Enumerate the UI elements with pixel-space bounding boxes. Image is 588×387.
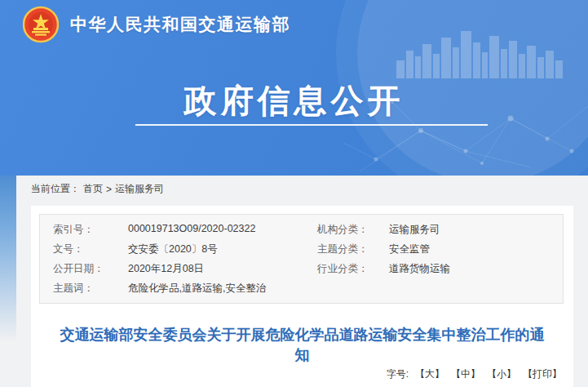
table-row: 文号： 交安委〔2020〕8号 主题分类： 安全监管 bbox=[40, 239, 563, 259]
city-skyline-icon bbox=[396, 29, 568, 78]
site-title: 中华人民共和国交通运输部 bbox=[70, 13, 290, 36]
meta-value: 运输服务司 bbox=[389, 223, 440, 237]
meta-label: 索引号： bbox=[53, 223, 128, 237]
print-button[interactable]: 【打印】 bbox=[523, 367, 562, 381]
meta-label: 机构分类： bbox=[317, 223, 389, 237]
fontsize-medium-button[interactable]: 【中】 bbox=[451, 367, 480, 381]
content-panel: 索引号： 000019713O09/2020-02322 机构分类： 运输服务司… bbox=[31, 206, 573, 387]
meta-label: 文号： bbox=[53, 242, 128, 256]
fontsize-label: 字号: bbox=[387, 367, 409, 381]
national-emblem-icon bbox=[23, 6, 59, 43]
left-gradient-decoration bbox=[0, 176, 16, 371]
breadcrumb-link-section[interactable]: 运输服务司 bbox=[115, 182, 164, 196]
fontsize-small-button[interactable]: 【小】 bbox=[487, 367, 516, 381]
table-row: 索引号： 000019713O09/2020-02322 机构分类： 运输服务司 bbox=[40, 220, 563, 239]
meta-label: 公开日期： bbox=[53, 262, 128, 276]
fontsize-large-button[interactable]: 【大】 bbox=[415, 367, 444, 381]
breadcrumb-label: 当前位置： bbox=[31, 182, 80, 196]
meta-value: 交安委〔2020〕8号 bbox=[128, 242, 218, 256]
meta-value: 道路货物运输 bbox=[389, 262, 450, 276]
meta-value: 危险化学品,道路运输,安全整治 bbox=[128, 282, 266, 296]
banner-page-title: 政府信息公开 bbox=[0, 78, 588, 123]
meta-value: 000019713O09/2020-02322 bbox=[128, 223, 255, 237]
fontsize-toolbar: 字号: 【大】 【中】 【小】 【打印】 bbox=[387, 367, 562, 381]
meta-label: 主题分类： bbox=[317, 242, 389, 256]
document-title: 交通运输部安全委员会关于开展危险化学品道路运输安全集中整治工作的通知 bbox=[58, 325, 547, 366]
table-row: 公开日期： 2020年12月08日 行业分类： 道路货物运输 bbox=[40, 259, 563, 278]
breadcrumb: 当前位置： 首页 > 运输服务司 bbox=[31, 182, 164, 196]
meta-label: 行业分类： bbox=[317, 262, 389, 276]
meta-value: 2020年12月08日 bbox=[128, 262, 204, 276]
site-header: 中华人民共和国交通运输部 bbox=[23, 6, 290, 43]
meta-label: 主题词： bbox=[53, 282, 128, 296]
meta-value: 安全监管 bbox=[389, 242, 430, 256]
meta-table: 索引号： 000019713O09/2020-02322 机构分类： 运输服务司… bbox=[39, 214, 564, 304]
table-row: 主题词： 危险化学品,道路运输,安全整治 bbox=[40, 278, 563, 298]
banner: 中华人民共和国交通运输部 政府信息公开 bbox=[0, 0, 588, 176]
page-body: 当前位置： 首页 > 运输服务司 索引号： 000019713O09/2020-… bbox=[0, 176, 588, 387]
banner-underline bbox=[135, 124, 488, 126]
breadcrumb-link-home[interactable]: 首页 bbox=[83, 182, 103, 196]
breadcrumb-separator: > bbox=[106, 184, 112, 195]
